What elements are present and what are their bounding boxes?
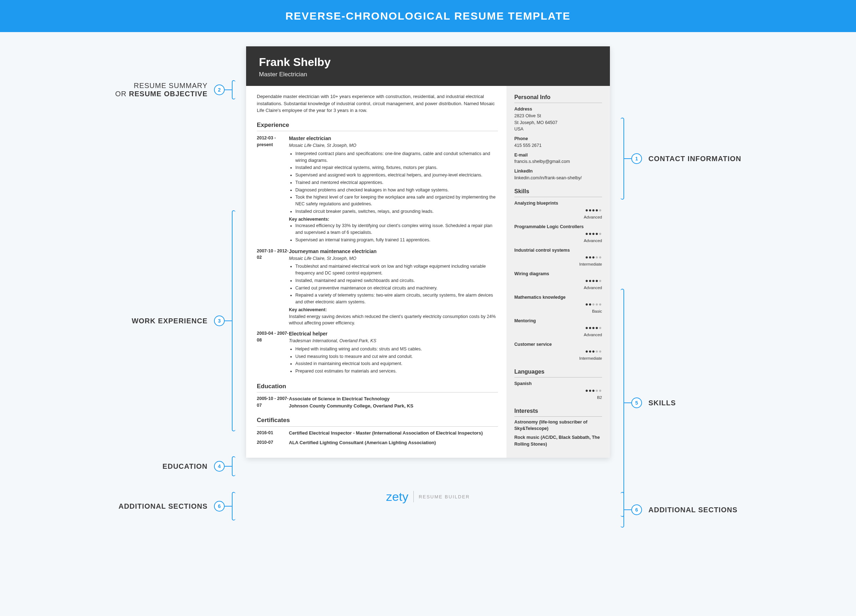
skill-rating: ●●●●●Advanced bbox=[514, 206, 602, 220]
certificate-entry: 2010-07ALA Certified Lighting Consultant… bbox=[257, 439, 498, 446]
experience-bullet: Installed circuit breaker panels, switch… bbox=[295, 208, 498, 215]
brand-text: zety bbox=[386, 490, 408, 504]
linkedin-value: linkedin.com/in/frank-sean-shelby/ bbox=[514, 175, 602, 181]
skill-item: Mathematics knowledge●●●●●Basic bbox=[514, 294, 602, 315]
callout-label-additional-right: ADDITIONAL SECTIONS bbox=[648, 506, 737, 514]
skill-name: Customer service bbox=[514, 341, 602, 348]
experience-bullet: Prepared cost estimates for materials an… bbox=[295, 368, 498, 375]
language-rating: ●●●●●B2 bbox=[514, 387, 602, 401]
achievement-bullet: Increased efficiency by 33% by identifyi… bbox=[295, 223, 498, 236]
experience-entry: 2012-03 - presentMaster electricianMosai… bbox=[257, 135, 498, 244]
education-degree: Associate of Science in Electrical Techn… bbox=[289, 395, 498, 402]
experience-list: 2012-03 - presentMaster electricianMosai… bbox=[257, 135, 498, 375]
skill-item: Customer service●●●●●Intermediate bbox=[514, 341, 602, 362]
header-bar: REVERSE-CHRONOLOGICAL RESUME TEMPLATE bbox=[0, 0, 856, 32]
experience-entry: 2003-04 - 2007-08Electrical helperTrades… bbox=[257, 330, 498, 375]
phone-label: Phone bbox=[514, 135, 602, 142]
address-line2: St Joseph, MO 64507 bbox=[514, 120, 602, 126]
resume-summary: Dependable master electrician with 10+ y… bbox=[257, 93, 498, 114]
callout-additional-left: 6 ADDITIONAL SECTIONS bbox=[119, 492, 236, 521]
experience-bullet: Repaired a variety of telemetry systems:… bbox=[295, 292, 498, 306]
callout-label-education: EDUCATION bbox=[163, 462, 208, 470]
certificate-date: 2016-01 bbox=[257, 430, 289, 437]
footer-builder-text: RESUME BUILDER bbox=[419, 494, 470, 499]
linkedin-label: LinkedIn bbox=[514, 168, 602, 175]
skill-name: Mentoring bbox=[514, 318, 602, 324]
certificates-heading: Certificates bbox=[257, 416, 498, 427]
languages-list: Spanish●●●●●B2 bbox=[514, 380, 602, 401]
resume-main: Dependable master electrician with 10+ y… bbox=[246, 86, 507, 458]
experience-role: Master electrician bbox=[289, 135, 498, 142]
interest-item: Astronomy (life-long subscriber of Sky&T… bbox=[514, 419, 602, 432]
skill-rating: ●●●●●Intermediate bbox=[514, 253, 602, 267]
phone-value: 415 555 2671 bbox=[514, 142, 602, 149]
callout-contact: 1 CONTACT INFORMATION bbox=[620, 118, 741, 200]
languages-heading: Languages bbox=[514, 367, 602, 378]
achievement-bullet: Supervised an internal training program,… bbox=[295, 237, 498, 243]
experience-role: Electrical helper bbox=[289, 330, 498, 338]
experience-bullet: Used measuring tools to measure and cut … bbox=[295, 353, 498, 360]
interests-list: Astronomy (life-long subscriber of Sky&T… bbox=[514, 419, 602, 448]
personal-info-heading: Personal Info bbox=[514, 93, 602, 103]
resume-name: Frank Shelby bbox=[259, 55, 597, 69]
callout-label-additional-left: ADDITIONAL SECTIONS bbox=[119, 502, 208, 510]
resume-document: Frank Shelby Master Electrician Dependab… bbox=[246, 46, 610, 458]
resume-header: Frank Shelby Master Electrician bbox=[246, 46, 610, 86]
callout-num-4: 4 bbox=[214, 461, 225, 472]
experience-bullet: Supervised and assigned work to apprenti… bbox=[295, 172, 498, 178]
callout-num-6l: 6 bbox=[214, 501, 225, 512]
experience-bullet: Diagnosed problems and checked leakages … bbox=[295, 187, 498, 194]
resume-title: Master Electrician bbox=[259, 71, 597, 78]
experience-org: Mosaic Life Claire, St Joseph, MO bbox=[289, 255, 498, 262]
skill-rating: ●●●●●Intermediate bbox=[514, 347, 602, 361]
certificate-name: Certified Electrical Inspector - Master … bbox=[289, 430, 498, 437]
address-line3: USA bbox=[514, 126, 602, 133]
callout-label-summary: RESUME SUMMARY OR RESUME OBJECTIVE bbox=[115, 81, 208, 98]
skill-name: Programmable Logic Controllers bbox=[514, 224, 602, 230]
experience-dates: 2007-10 - 2012-02 bbox=[257, 248, 289, 327]
experience-org: Tradesman International, Overland Park, … bbox=[289, 338, 498, 344]
footer-divider bbox=[413, 491, 414, 502]
skill-name: Mathematics knowledge bbox=[514, 294, 602, 301]
footer-logo: zety RESUME BUILDER bbox=[386, 490, 470, 504]
callout-num-1: 1 bbox=[631, 153, 642, 164]
resume-body: Dependable master electrician with 10+ y… bbox=[246, 86, 610, 458]
experience-bullet: Took the highest level of care for keepi… bbox=[295, 194, 498, 207]
callout-summary: 2 RESUME SUMMARY OR RESUME OBJECTIVE bbox=[115, 80, 236, 100]
skill-rating: ●●●●●Basic bbox=[514, 301, 602, 315]
skill-name: Analyzing blueprints bbox=[514, 200, 602, 207]
skill-item: Analyzing blueprints●●●●●Advanced bbox=[514, 200, 602, 221]
callout-num-5: 5 bbox=[631, 398, 642, 408]
skill-name: Industrial control systems bbox=[514, 247, 602, 254]
experience-entry: 2007-10 - 2012-02Journeyman maintenance … bbox=[257, 248, 498, 327]
callout-num-6r: 6 bbox=[631, 504, 642, 515]
skill-item: Programmable Logic Controllers●●●●●Advan… bbox=[514, 224, 602, 244]
experience-bullet: Troubleshot and maintained electrical wo… bbox=[295, 263, 498, 277]
address-label: Address bbox=[514, 106, 602, 113]
callout-additional-right: 6 ADDITIONAL SECTIONS bbox=[620, 492, 737, 528]
achievements-label: Key achievements: bbox=[289, 216, 498, 223]
achievement-text: Installed energy saving devices which re… bbox=[289, 313, 498, 327]
education-dates: 2005-10 - 2007-07 bbox=[257, 395, 289, 409]
education-entry: 2005-10 - 2007-07 Associate of Science i… bbox=[257, 395, 498, 409]
certificate-name: ALA Certified Lighting Consultant (Ameri… bbox=[289, 439, 498, 446]
email-value: francis.s.shelby@gmail.com bbox=[514, 158, 602, 165]
skill-name: Wiring diagrams bbox=[514, 270, 602, 277]
callout-label-contact: CONTACT INFORMATION bbox=[648, 155, 741, 163]
interests-heading: Interests bbox=[514, 407, 602, 417]
skill-item: Wiring diagrams●●●●●Advanced bbox=[514, 270, 602, 291]
experience-bullet: Installed and repair electrical systems,… bbox=[295, 164, 498, 171]
experience-dates: 2003-04 - 2007-08 bbox=[257, 330, 289, 375]
callout-skills: 5 SKILLS bbox=[620, 289, 676, 517]
callout-experience: 3 WORK EXPERIENCE bbox=[132, 210, 236, 431]
experience-role: Journeyman maintenance electrician bbox=[289, 248, 498, 255]
language-item: Spanish●●●●●B2 bbox=[514, 380, 602, 401]
skill-rating: ●●●●●Advanced bbox=[514, 277, 602, 291]
experience-org: Mosaic Life Claire, St Joseph, MO bbox=[289, 142, 498, 149]
achievements-label: Key achievement: bbox=[289, 307, 498, 313]
certificate-entry: 2016-01Certified Electrical Inspector - … bbox=[257, 430, 498, 437]
language-name: Spanish bbox=[514, 380, 602, 387]
skill-item: Mentoring●●●●●Advanced bbox=[514, 318, 602, 338]
experience-heading: Experience bbox=[257, 120, 498, 132]
certificate-date: 2010-07 bbox=[257, 439, 289, 446]
